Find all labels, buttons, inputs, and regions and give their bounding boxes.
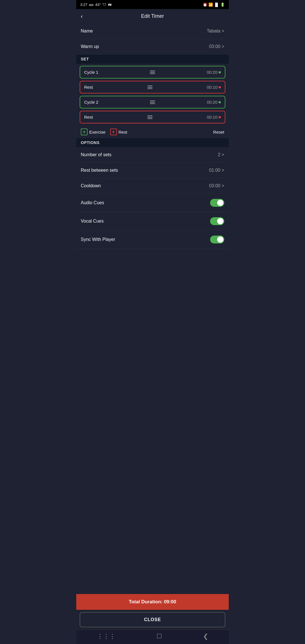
nav-bar: ⋮⋮⋮ ☐ ❮ bbox=[76, 630, 229, 644]
cycle-1-dot bbox=[219, 71, 221, 73]
header: ‹ Edit Timer bbox=[76, 9, 229, 23]
cycle-1-item[interactable]: Cycle 1 00:20 bbox=[80, 66, 225, 79]
cooldown-label: Cooldown bbox=[81, 183, 101, 188]
wifi-icon: 📶 bbox=[208, 3, 213, 7]
reset-button[interactable]: Reset bbox=[213, 130, 224, 134]
num-sets-label: Number of sets bbox=[81, 152, 111, 157]
page-title: Edit Timer bbox=[141, 13, 164, 19]
total-duration-bar[interactable]: Total Duration: 09:00 bbox=[76, 594, 229, 610]
glasses-icon: 🕶 bbox=[108, 3, 112, 7]
rest-1-item[interactable]: Rest 00:10 bbox=[80, 81, 225, 93]
cycle-2-dot bbox=[219, 101, 221, 103]
sync-player-row: Sync With Player bbox=[76, 230, 229, 249]
warmup-row[interactable]: Warm up 03:00 > bbox=[76, 39, 229, 55]
rest-2-time: 00:10 bbox=[207, 115, 221, 119]
add-exercise-label: Exercise bbox=[89, 130, 106, 134]
alarm-icon: ⏰ bbox=[203, 3, 207, 7]
name-row[interactable]: Name Tabata > bbox=[76, 23, 229, 39]
nav-back-icon[interactable]: ❮ bbox=[203, 633, 208, 640]
vocal-cues-row: Vocal Cues bbox=[76, 212, 229, 230]
nav-menu-icon[interactable]: ⋮⋮⋮ bbox=[97, 633, 116, 640]
back-button[interactable]: ‹ bbox=[81, 13, 83, 19]
rest-1-drag-handle[interactable] bbox=[147, 86, 152, 89]
sync-player-toggle[interactable] bbox=[210, 236, 224, 243]
audio-cues-row: Audio Cues bbox=[76, 194, 229, 212]
num-sets-row[interactable]: Number of sets 2 > bbox=[76, 147, 229, 163]
status-left: 3:27 ⌀⌀ 43° 🛡 🕶 bbox=[80, 3, 112, 7]
audio-cues-label: Audio Cues bbox=[81, 200, 104, 205]
cooldown-value: 03:00 > bbox=[209, 183, 224, 188]
cycle-1-label: Cycle 1 bbox=[84, 70, 98, 75]
cycle-2-drag-handle[interactable] bbox=[150, 101, 155, 104]
vocal-cues-label: Vocal Cues bbox=[81, 219, 104, 224]
status-right: ⏰ 📶 ▐▌ 🔋 bbox=[203, 3, 225, 7]
signal-icon: ▐▌ bbox=[214, 3, 219, 7]
warmup-label: Warm up bbox=[81, 44, 99, 49]
icons-left: ⌀⌀ bbox=[89, 3, 93, 7]
set-section-header: SET bbox=[76, 55, 229, 64]
close-button[interactable]: CLOSE bbox=[80, 612, 225, 627]
rest-sets-label: Rest between sets bbox=[81, 168, 118, 173]
rest-2-label: Rest bbox=[84, 115, 93, 119]
rest-1-time: 00:10 bbox=[207, 85, 221, 90]
warmup-value: 03:00 > bbox=[209, 44, 224, 49]
options-section-header: OPTIONS bbox=[76, 138, 229, 147]
add-exercise-button[interactable]: + Exercise bbox=[81, 129, 106, 135]
shield-icon: 🛡 bbox=[103, 3, 106, 7]
name-value: Tabata > bbox=[207, 29, 224, 34]
content-area: Name Tabata > Warm up 03:00 > SET Cycle … bbox=[76, 23, 229, 594]
add-rest-label: Rest bbox=[119, 130, 127, 134]
cycle-1-time: 00:20 bbox=[207, 70, 221, 75]
add-rest-icon: + bbox=[110, 129, 117, 135]
vocal-cues-toggle[interactable] bbox=[210, 217, 224, 225]
cycle-2-item[interactable]: Cycle 2 00:20 bbox=[80, 96, 225, 108]
num-sets-value: 2 > bbox=[218, 152, 224, 157]
cycle-1-drag-handle[interactable] bbox=[150, 71, 155, 74]
status-bar: 3:27 ⌀⌀ 43° 🛡 🕶 ⏰ 📶 ▐▌ 🔋 bbox=[76, 0, 229, 9]
rest-2-dot bbox=[219, 116, 221, 118]
add-rest-button[interactable]: + Rest bbox=[110, 129, 127, 135]
set-label: SET bbox=[81, 57, 89, 61]
battery-icon: 🔋 bbox=[220, 3, 225, 7]
temp: 43° bbox=[95, 3, 101, 7]
rest-1-dot bbox=[219, 86, 221, 88]
rest-sets-row[interactable]: Rest between sets 01:00 > bbox=[76, 163, 229, 178]
rest-2-item[interactable]: Rest 00:10 bbox=[80, 111, 225, 123]
cycle-2-time: 00:20 bbox=[207, 100, 221, 105]
add-buttons-row: + Exercise + Rest Reset bbox=[76, 126, 229, 138]
audio-cues-toggle[interactable] bbox=[210, 199, 224, 207]
name-label: Name bbox=[81, 29, 93, 34]
nav-home-icon[interactable]: ☐ bbox=[156, 633, 162, 640]
rest-sets-value: 01:00 > bbox=[209, 168, 224, 173]
sync-player-label: Sync With Player bbox=[81, 237, 115, 242]
cycle-2-label: Cycle 2 bbox=[84, 100, 98, 105]
add-exercise-icon: + bbox=[81, 129, 88, 135]
rest-2-drag-handle[interactable] bbox=[147, 116, 152, 119]
rest-1-label: Rest bbox=[84, 85, 93, 90]
cooldown-row[interactable]: Cooldown 03:00 > bbox=[76, 178, 229, 194]
time: 3:27 bbox=[80, 3, 87, 7]
options-label: OPTIONS bbox=[81, 140, 100, 145]
